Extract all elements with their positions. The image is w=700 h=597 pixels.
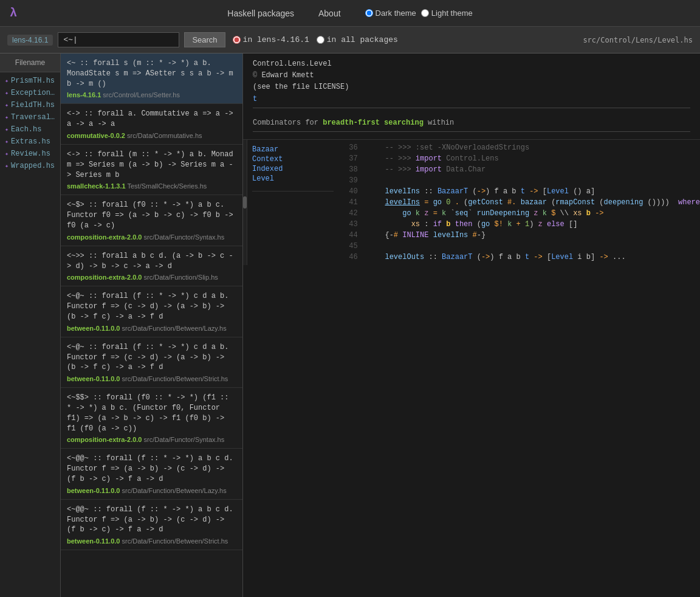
search-scope: in lens-4.16.1 in all packages <box>233 35 398 44</box>
result-pkg-9: between-0.11.0.0 <box>67 537 120 545</box>
dark-theme-label[interactable]: Dark theme <box>365 9 416 18</box>
result-meta-2: smallcheck-1.1.3.1 Test/SmallCheck/Serie… <box>67 182 236 190</box>
result-item-8[interactable]: <~@@~ :: forall (f :: * -> *) a b c d. F… <box>61 449 242 499</box>
sidebar-items: ✦ PrismTH.hs ✦ Exception.hs ✦ FieldTH.hs… <box>0 72 60 597</box>
scope-package-radio[interactable] <box>233 36 241 44</box>
sidebar-item-label: Review.hs <box>11 150 50 158</box>
top-nav: λ Haskell packages About Dark theme Ligh… <box>0 0 700 27</box>
line-num-41: 41 <box>338 197 368 208</box>
nav-about[interactable]: About <box>318 9 341 18</box>
line-num-44: 44 <box>338 230 368 241</box>
results-panel: <~ :: forall s (m :: * -> *) a b. MonadS… <box>61 53 243 597</box>
result-file-8: src/Data/Function/Between/Lazy.hs <box>122 487 227 494</box>
result-item-4[interactable]: <~>> :: forall a b c d. (a -> b -> c -> … <box>61 246 242 287</box>
result-code-6: <~@~ :: forall (f :: * -> *) c d a b. Fu… <box>67 342 236 373</box>
light-theme-label[interactable]: Light theme <box>421 9 473 18</box>
result-pkg-5: between-0.11.0.0 <box>67 325 120 332</box>
result-file-0: src/Control/Lens/Setter.hs <box>103 91 180 98</box>
sidebar-item-exception[interactable]: ✦ Exception.hs <box>0 87 60 99</box>
result-item-5[interactable]: <~@~ :: forall (f :: * -> *) c d a b. Fu… <box>61 286 242 337</box>
result-code-3: <~$> :: forall (f0 :: * -> *) a b c. Fun… <box>67 200 236 230</box>
result-code-9: <~@@~ :: forall (f :: * -> *) a b c d. F… <box>67 505 236 535</box>
result-pkg-8: between-0.11.0.0 <box>67 487 120 494</box>
search-input[interactable] <box>58 32 179 47</box>
sidebar-item-wrapped[interactable]: ✦ Wrapped.hs <box>0 160 60 172</box>
result-file-4: src/Data/Function/Slip.hs <box>144 274 218 281</box>
sidebar-item-each[interactable]: ✦ Each.hs <box>0 123 60 136</box>
result-item-2[interactable]: <-> :: forall (m :: * -> *) a b. Monad m… <box>61 145 242 195</box>
result-pkg-4: composition-extra-2.0.0 <box>67 274 142 281</box>
result-meta-8: between-0.11.0.0 src/Data/Function/Betwe… <box>67 487 236 494</box>
line-num-42: 42 <box>338 208 368 219</box>
sidebar-item-label: FieldTH.hs <box>11 101 55 109</box>
result-pkg-6: between-0.11.0.0 <box>67 375 120 382</box>
line-num-39: 39 <box>338 175 368 186</box>
result-meta-5: between-0.11.0.0 src/Data/Function/Betwe… <box>67 325 236 332</box>
line-num-40: 40 <box>338 186 368 197</box>
scope-all-text: in all packages <box>327 35 398 44</box>
scope-all-label[interactable]: in all packages <box>317 35 398 44</box>
line-content-43: xs : if b then (go $! k + 1) z else [] <box>368 219 700 230</box>
result-code-2: <-> :: forall (m :: * -> *) a b. Monad m… <box>67 150 236 180</box>
code-line-39: 39 <box>338 175 700 186</box>
dark-theme-radio[interactable] <box>365 9 373 17</box>
result-code-0: <~ :: forall s (m :: * -> *) a b. MonadS… <box>67 58 236 89</box>
result-meta-3: composition-extra-2.0.0 src/Data/Functor… <box>67 233 236 241</box>
code-line-45: 45 <box>338 241 700 252</box>
scope-all-radio[interactable] <box>317 36 324 44</box>
line-num-43: 43 <box>338 219 368 230</box>
code-header: Control.Lens.Level © Edward Kmett (see t… <box>243 53 700 140</box>
code-line-36: 36 -- >>> :set -XNoOverloadedStrings <box>338 142 700 153</box>
search-button[interactable]: Search <box>184 32 225 47</box>
search-bar: lens-4.16.1 Search in lens-4.16.1 in all… <box>0 27 700 53</box>
result-file-2: Test/SmallCheck/Series.hs <box>127 182 207 190</box>
file-icon: ✦ <box>5 102 9 109</box>
code-line-44: 44 {-# INLINE levelIns #-} <box>338 230 700 241</box>
code-line-46: 46 levelOuts :: BazaarT (->) f a b t -> … <box>338 252 700 263</box>
code-line-41: 41 levelIns = go 0 . (getConst #. bazaar… <box>338 197 700 208</box>
result-file-9: src/Data/Function/Between/Strict.hs <box>122 537 228 545</box>
context-item-indexed[interactable]: Indexed <box>252 164 334 174</box>
result-item-0[interactable]: <~ :: forall s (m :: * -> *) a b. MonadS… <box>61 53 242 104</box>
scope-package-label[interactable]: in lens-4.16.1 <box>233 35 309 44</box>
result-meta-7: composition-extra-2.0.0 src/Data/Functor… <box>67 436 236 443</box>
code-line-38: 38 -- >>> import Data.Char <box>338 164 700 175</box>
package-badge: lens-4.16.1 <box>7 35 53 46</box>
line-content-41: levelIns = go 0 . (getConst #. bazaar (r… <box>368 197 700 208</box>
sidebar-item-fieldth[interactable]: ✦ FieldTH.hs <box>0 99 60 111</box>
light-theme-text: Light theme <box>431 9 473 18</box>
context-item-context[interactable]: Context <box>252 154 334 164</box>
result-file-5: src/Data/Function/Between/Lazy.hs <box>122 325 227 332</box>
result-item-3[interactable]: <~$> :: forall (f0 :: * -> *) a b c. Fun… <box>61 195 242 246</box>
sidebar-tab-filename[interactable]: Filename <box>0 53 60 72</box>
line-content-40: levelIns :: BazaarT (->) f a b t -> [Lev… <box>368 186 700 197</box>
context-item-level[interactable]: Level <box>252 174 334 184</box>
sidebar-item-prismth[interactable]: ✦ PrismTH.hs <box>0 75 60 87</box>
line-content-37: -- >>> import Control.Lens <box>368 153 700 164</box>
file-icon: ✦ <box>5 114 9 121</box>
line-num-36: 36 <box>338 142 368 153</box>
file-icon: ✦ <box>5 150 9 157</box>
sidebar-item-traversal[interactable]: ✦ Traversal.hs <box>0 111 60 123</box>
result-item-9[interactable]: <~@@~ :: forall (f :: * -> *) a b c d. F… <box>61 500 242 550</box>
context-item-bazaar[interactable]: Bazaar <box>252 145 334 154</box>
result-meta-1: commutative-0.0.2 src/Data/Commutative.h… <box>67 132 236 139</box>
result-item-1[interactable]: <-> :: forall a. Commutative a => a -> a… <box>61 104 242 145</box>
file-icon: ✦ <box>5 126 9 133</box>
scroll-indicator <box>243 196 247 209</box>
result-code-4: <~>> :: forall a b c d. (a -> b -> c -> … <box>67 251 236 272</box>
sidebar: Filename ✦ PrismTH.hs ✦ Exception.hs ✦ F… <box>0 53 61 597</box>
result-item-7[interactable]: <~$$> :: forall (f0 :: * -> *) (f1 :: * … <box>61 388 242 449</box>
result-code-5: <~@~ :: forall (f :: * -> *) c d a b. Fu… <box>67 291 236 322</box>
result-meta-6: between-0.11.0.0 src/Data/Function/Betwe… <box>67 375 236 382</box>
light-theme-radio[interactable] <box>421 9 429 17</box>
sidebar-item-label: Traversal.hs <box>11 113 55 122</box>
nav-haskell-packages[interactable]: Haskell packages <box>227 9 294 18</box>
scope-package-text: in lens-4.16.1 <box>243 35 309 44</box>
result-item-6[interactable]: <~@~ :: forall (f :: * -> *) c d a b. Fu… <box>61 337 242 388</box>
result-file-6: src/Data/Function/Between/Strict.hs <box>122 375 228 382</box>
sidebar-item-review[interactable]: ✦ Review.hs <box>0 148 60 160</box>
dark-theme-text: Dark theme <box>376 9 416 18</box>
sidebar-item-extras[interactable]: ✦ Extras.hs <box>0 136 60 148</box>
context-section-items: Bazaar Context Indexed Level <box>252 145 334 184</box>
